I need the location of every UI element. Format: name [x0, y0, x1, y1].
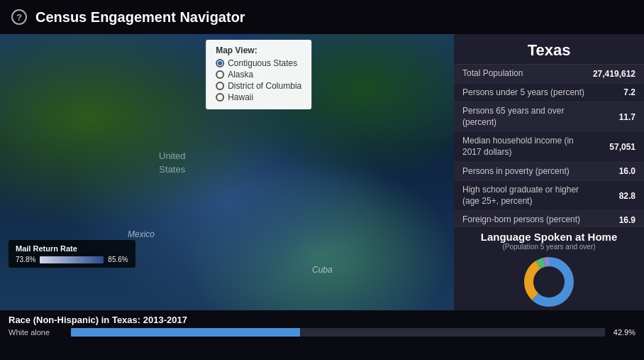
bottom-section: Race (Non-Hispanic) in Texas: 2013-2017 …	[0, 310, 644, 360]
donut-chart-container	[461, 253, 637, 310]
stat-label-population: Total Population	[462, 68, 586, 80]
radio-dc-label: District of Columbia	[228, 81, 301, 91]
app-title: Census Engagement Navigator	[35, 9, 245, 26]
radio-alaska-label: Alaska	[228, 70, 253, 80]
language-section: Language Spoken at Home (Population 5 ye…	[454, 226, 644, 310]
map-view-label: Map View:	[216, 45, 301, 55]
stat-value-hs: 82.8	[586, 191, 635, 201]
help-button[interactable]: ?	[11, 9, 27, 25]
radio-hawaii-label: Hawaii	[228, 92, 253, 102]
stat-value-over65: 11.7	[586, 112, 635, 122]
stat-label-foreign: Foreign-born persons (percent)	[462, 214, 586, 226]
stat-row-population: Total Population 27,419,612	[454, 65, 644, 84]
app-header: ? Census Engagement Navigator	[0, 0, 644, 34]
race-label-white: White alone	[9, 328, 65, 337]
stats-table: Total Population 27,419,612 Persons unde…	[454, 65, 644, 226]
race-bar-fill-white	[71, 328, 300, 337]
stat-label-under5: Persons under 5 years (percent)	[462, 87, 586, 99]
legend-color-bar	[40, 256, 104, 263]
state-title: Texas	[454, 34, 644, 65]
radio-alaska[interactable]: Alaska	[216, 70, 301, 80]
legend-title: Mail Return Rate	[16, 244, 128, 253]
stat-label-income: Median household income (in 2017 dollars…	[462, 136, 586, 158]
main-content: Map View: Contiguous States Alaska Distr…	[0, 34, 644, 310]
stat-row-under5: Persons under 5 years (percent) 7.2	[454, 84, 644, 103]
stat-row-over65: Persons 65 years and over (percent) 11.7	[454, 102, 644, 132]
stat-label-poverty: Persons in poverty (percent)	[462, 166, 586, 178]
stat-value-population: 27,419,612	[586, 69, 635, 79]
radio-contiguous-circle	[216, 59, 224, 67]
stat-row-foreign: Foreign-born persons (percent) 16.9	[454, 211, 644, 226]
legend-min: 73.8%	[16, 256, 35, 263]
mexico-label: Mexico	[128, 229, 155, 239]
language-donut-chart	[521, 253, 577, 310]
radio-hawaii-circle	[216, 93, 224, 102]
us-map-label: UnitedStates	[159, 150, 186, 175]
cuba-label: Cuba	[312, 265, 333, 275]
radio-dc-circle	[216, 82, 224, 90]
radio-dc[interactable]: District of Columbia	[216, 81, 301, 91]
radio-alaska-circle	[216, 70, 224, 79]
stat-row-income: Median household income (in 2017 dollars…	[454, 132, 644, 162]
language-title: Language Spoken at Home	[461, 231, 637, 243]
race-section-title: Race (Non-Hispanic) in Texas: 2013-2017	[9, 315, 635, 325]
stat-label-over65: Persons 65 years and over (percent)	[462, 106, 586, 128]
svg-point-43	[533, 266, 565, 298]
legend-max: 85.6%	[108, 256, 128, 263]
legend-bar-container: 73.8% 85.6%	[16, 256, 128, 263]
stat-value-foreign: 16.9	[586, 215, 635, 225]
map-section: Map View: Contiguous States Alaska Distr…	[0, 34, 454, 310]
race-pct-white: 42.9%	[611, 328, 635, 337]
stat-value-income: 57,051	[586, 142, 635, 152]
radio-contiguous-label: Contiguous States	[228, 58, 297, 68]
stat-value-under5: 7.2	[586, 87, 635, 97]
stat-value-poverty: 16.0	[586, 166, 635, 176]
race-row-white: White alone 42.9%	[9, 328, 635, 337]
language-subtitle: (Population 5 years and over)	[461, 243, 637, 251]
stat-row-hs: High school graduate or higher (age 25+,…	[454, 181, 644, 211]
map-legend: Mail Return Rate 73.8% 85.6%	[9, 240, 135, 268]
stat-label-hs: High school graduate or higher (age 25+,…	[462, 185, 586, 207]
radio-contiguous[interactable]: Contiguous States	[216, 58, 301, 68]
radio-hawaii[interactable]: Hawaii	[216, 92, 301, 102]
right-panel: Texas Total Population 27,419,612 Person…	[454, 34, 644, 310]
map-controls: Map View: Contiguous States Alaska Distr…	[206, 40, 311, 109]
stat-row-poverty: Persons in poverty (percent) 16.0	[454, 163, 644, 182]
race-bar-bg-white	[71, 328, 605, 337]
